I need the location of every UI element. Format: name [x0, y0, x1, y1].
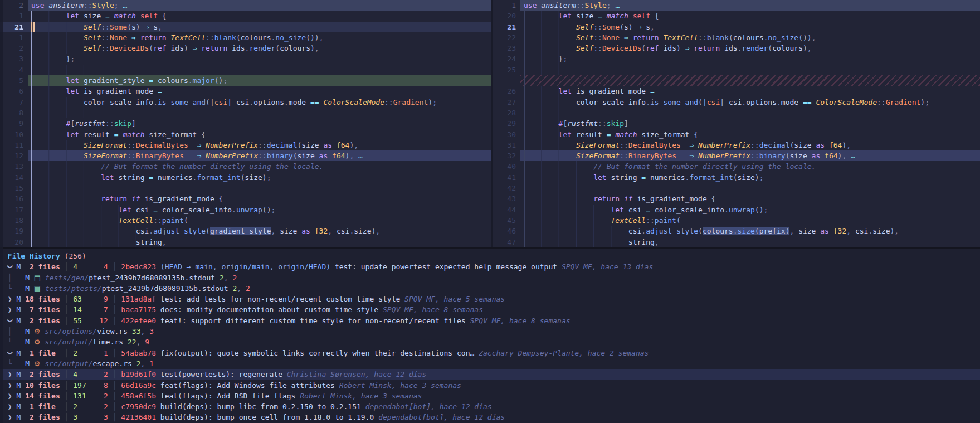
indent-guides — [31, 193, 101, 204]
indent-guides — [524, 205, 611, 215]
code-line[interactable]: 40// But format the number directly usin… — [493, 161, 980, 172]
code-line[interactable]: 28 — [493, 108, 980, 118]
line-number: 22 — [493, 32, 520, 43]
history-commit-row[interactable]: ❯ M 2 files │ 3 3 │ 42136401 build(deps)… — [0, 412, 980, 422]
line-number: 23 — [493, 43, 520, 54]
code-line[interactable]: 3}; — [0, 54, 491, 64]
history-commit-row[interactable]: ❯ M 1 file │ 2 2 │ c7950dc9 build(deps):… — [0, 401, 980, 412]
diff-right-panel[interactable]: 1use ansiterm::Style; …20let size = matc… — [493, 0, 980, 247]
chevron-collapsed-icon[interactable]: ❯ — [8, 392, 12, 400]
code-line[interactable]: 26let is_gradient_mode = — [493, 86, 980, 96]
code-line[interactable]: 30let result = match size_format { — [493, 129, 980, 140]
indent-guides — [524, 140, 576, 150]
code-line[interactable]: 32SizeFormat::BinaryBytes ⇒ NumberPrefix… — [493, 150, 980, 161]
indent-guides — [524, 54, 559, 64]
code-line[interactable]: 14let string = numerics.format_int(size)… — [0, 172, 491, 183]
chevron-collapsed-icon[interactable]: ❯ — [8, 413, 12, 421]
chevron-collapsed-icon[interactable]: ❯ — [8, 402, 12, 411]
code-line[interactable]: 4 — [0, 65, 491, 75]
history-commit-row[interactable]: ❯ M 10 files │ 197 8 │ 66d16a9c feat(fla… — [0, 380, 980, 391]
code-line[interactable]: 43return if is_gradient_mode { — [493, 193, 980, 204]
file-history-title: File History (256) — [0, 251, 980, 261]
code-line[interactable]: 15 — [0, 183, 491, 193]
code-line[interactable]: 2use ansiterm::Style; … — [0, 0, 491, 11]
line-number: 20 — [493, 11, 520, 21]
code-line[interactable]: 19csi.adjust_style(gradient_style, size … — [0, 226, 491, 236]
rust-file-icon: ⚙ — [34, 327, 41, 336]
history-commit-row[interactable]: ❯ M 2 files │ 4 2 │ b19d61f0 test(powert… — [0, 369, 980, 380]
code-line[interactable]: 16return if is_gradient_mode { — [0, 193, 491, 204]
indent-guides — [524, 11, 559, 21]
code-line[interactable]: 27color_scale_info.is_some_and(|csi| csi… — [493, 97, 980, 108]
chevron-expanded-icon[interactable]: ❯ — [4, 319, 15, 323]
code-line[interactable]: 25 — [493, 65, 980, 75]
line-number: 28 — [493, 108, 520, 118]
line-number: 46 — [493, 226, 520, 236]
history-commit-row[interactable]: ❯ M 14 files │ 131 2 │ 458a6f5b feat(fla… — [0, 391, 980, 401]
code-line[interactable]: 46csi.adjust_style(colours.size(prefix),… — [493, 226, 980, 236]
chevron-collapsed-icon[interactable]: ❯ — [8, 305, 12, 314]
history-commit-row[interactable]: ❯ M 2 files │ 55 12 │ 422efee0 feat!: su… — [0, 315, 980, 326]
history-commit-row[interactable]: ❯ M 7 files │ 14 7 │ baca7175 docs: modi… — [0, 304, 980, 315]
code-line[interactable]: 47string, — [493, 237, 980, 247]
code-line[interactable]: 6let is_gradient_mode = — [0, 86, 491, 96]
chevron-expanded-icon[interactable]: ❯ — [4, 265, 15, 269]
code-line[interactable]: 12SizeFormat::BinaryBytes ⇒ NumberPrefix… — [0, 150, 491, 161]
code-line[interactable]: 8 — [0, 108, 491, 118]
code-line[interactable]: 45TextCell::paint( — [493, 215, 980, 226]
line-number: 18 — [0, 215, 28, 226]
indent-guides — [524, 161, 593, 172]
code-line[interactable]: 1Self::None ⇒ return TextCell::blank(col… — [0, 32, 491, 43]
diff-filler-line[interactable] — [493, 75, 980, 86]
chevron-collapsed-icon[interactable]: ❯ — [8, 381, 12, 390]
code-line[interactable]: 31SizeFormat::DecimalBytes ⇒ NumberPrefi… — [493, 140, 980, 150]
history-file-row[interactable]: │ M ▤ tests/gen/ptest_2439b7d68089135b.s… — [0, 273, 980, 283]
indent-guides — [31, 75, 66, 86]
indent-guides — [524, 118, 559, 129]
code-line[interactable]: 9#[rustfmt::skip] — [0, 118, 491, 129]
code-line[interactable]: 10let result = match size_format { — [0, 129, 491, 140]
file-history-panel[interactable]: File History (256) ❯ M 2 files │ 4 4 │ 2… — [0, 249, 980, 423]
code-line[interactable]: 1use ansiterm::Style; … — [493, 0, 980, 11]
code-line[interactable]: 21Self::Some(s) ⇒ s, — [493, 22, 980, 32]
line-number: 32 — [493, 150, 520, 161]
line-number: 21 — [493, 22, 520, 32]
code-line[interactable]: 20let size = match self { — [493, 11, 980, 21]
history-file-row[interactable]: └ M ⚙ src/output/escape.rs 2, 1 — [0, 358, 980, 369]
code-line[interactable]: 11SizeFormat::DecimalBytes ⇒ NumberPrefi… — [0, 140, 491, 150]
code-line[interactable]: 18TextCell::paint( — [0, 215, 491, 226]
line-number: 21 — [0, 22, 28, 32]
indent-guides — [524, 193, 593, 204]
chevron-expanded-icon[interactable]: ❯ — [4, 351, 15, 355]
code-line[interactable]: 7color_scale_info.is_some_and(|csi| csi.… — [0, 97, 491, 108]
line-number: 12 — [0, 150, 28, 161]
history-commit-row[interactable]: ❯ M 18 files │ 63 9 │ 131ad8af test: add… — [0, 294, 980, 304]
code-line[interactable]: 29#[rustfmt::skip] — [493, 118, 980, 129]
code-line[interactable]: 22Self::None ⇒ return TextCell::blank(co… — [493, 32, 980, 43]
code-line[interactable]: 44let csi = color_scale_info.unwrap(); — [493, 205, 980, 215]
code-line[interactable]: 13// But format the number directly usin… — [0, 161, 491, 172]
code-line[interactable]: 21Self::Some(s) ⇒ s, — [0, 22, 491, 32]
history-file-row[interactable]: │ M ⚙ src/options/view.rs 33, 3 — [0, 326, 980, 337]
chevron-collapsed-icon[interactable]: ❯ — [8, 295, 12, 303]
history-commit-row[interactable]: ❯ M 2 files │ 4 4 │ 2bedc823 (HEAD → mai… — [0, 261, 980, 272]
code-line[interactable]: 23Self::DeviceIDs(ref ids) ⇒ return ids.… — [493, 43, 980, 54]
indent-guides — [31, 11, 66, 21]
diff-left-panel[interactable]: 2use ansiterm::Style; …1let size = match… — [0, 0, 491, 247]
code-line[interactable]: 5let gradient_style = colours.major(); — [0, 75, 491, 86]
code-line[interactable]: 41let string = numerics.format_int(size)… — [493, 172, 980, 183]
code-line[interactable]: 24}; — [493, 54, 980, 64]
history-file-row[interactable]: └ M ⚙ src/output/time.rs 22, 9 — [0, 337, 980, 347]
line-number: 31 — [493, 140, 520, 150]
code-line[interactable]: 1let size = match self { — [0, 11, 491, 21]
code-line[interactable]: 2Self::DeviceIDs(ref ids) ⇒ return ids.r… — [0, 43, 491, 54]
line-number: 25 — [493, 65, 520, 75]
code-line[interactable]: 17let csi = color_scale_info.unwrap(); — [0, 205, 491, 215]
chevron-collapsed-icon[interactable]: ❯ — [8, 370, 12, 378]
code-line[interactable]: 42 — [493, 183, 980, 193]
code-line[interactable]: 20string, — [0, 237, 491, 247]
history-commit-row[interactable]: ❯ M 1 file │ 2 1 │ 54abab78 fix(output):… — [0, 348, 980, 358]
line-number: 47 — [493, 237, 520, 247]
history-file-row[interactable]: └ M ▤ tests/ptests/ptest_2439b7d68089135… — [0, 283, 980, 294]
line-number: 15 — [0, 183, 28, 193]
